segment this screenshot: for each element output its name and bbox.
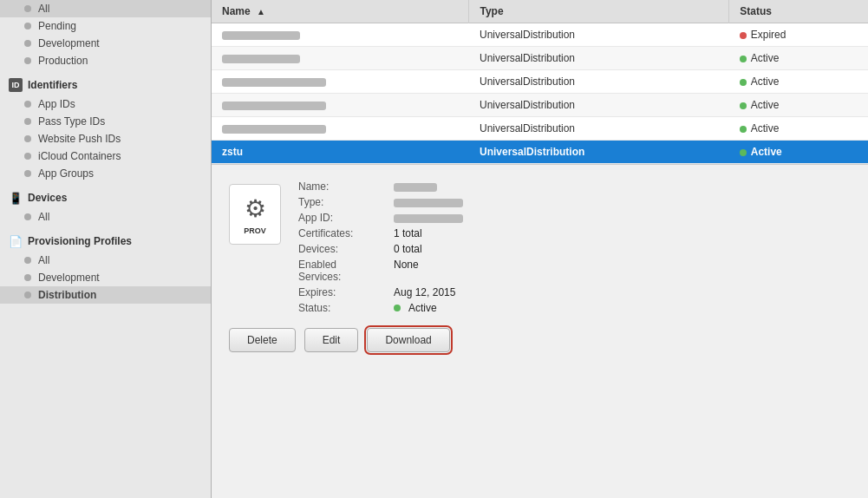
status-dot-icon — [740, 32, 747, 39]
detail-label-certificates: Certificates: — [298, 227, 394, 239]
sort-arrow-icon: ▲ — [257, 7, 265, 16]
table-row[interactable]: UniversalDistributionActive — [212, 117, 868, 141]
status-text: Active — [751, 52, 780, 64]
col-header-name[interactable]: Name ▲ — [212, 0, 469, 23]
sidebar-item-production[interactable]: Production — [0, 52, 211, 69]
sidebar-item-label: Distribution — [38, 289, 96, 301]
detail-row-certificates: Certificates: 1 total — [298, 227, 851, 239]
sidebar-item-label: Pass Type IDs — [38, 115, 105, 128]
status-dot-icon — [740, 79, 747, 86]
detail-label-expires: Expires: — [298, 286, 394, 298]
sidebar-item-label: All — [38, 254, 49, 266]
delete-button[interactable]: Delete — [229, 328, 296, 352]
sidebar-item-profiles-distribution[interactable]: Distribution — [0, 286, 211, 304]
detail-fields: Name: Type: App ID: Certificates: 1 tota… — [298, 180, 851, 314]
detail-value-certificates: 1 total — [394, 227, 422, 239]
profiles-table: Name ▲ Type Status UniversalDistribution… — [212, 0, 868, 164]
main-content: Name ▲ Type Status UniversalDistribution… — [212, 0, 868, 498]
cell-status: Active — [729, 70, 868, 94]
sidebar-item-label: Website Push IDs — [38, 133, 121, 145]
dot-icon — [24, 213, 31, 220]
detail-row-devices: Devices: 0 total — [298, 243, 851, 255]
sidebar-item-label: App IDs — [38, 98, 75, 110]
sidebar-item-label: Development — [38, 272, 100, 284]
detail-value-appid — [394, 212, 463, 224]
download-button[interactable]: Download — [367, 328, 449, 352]
sidebar-item-website-push-ids[interactable]: Website Push IDs — [0, 130, 211, 147]
detail-label-name: Name: — [298, 180, 394, 193]
sidebar-item-label: App Groups — [38, 167, 94, 180]
table-header-row: Name ▲ Type Status — [212, 0, 868, 23]
sidebar-item-profiles-development[interactable]: Development — [0, 269, 211, 286]
col-status-label: Status — [740, 5, 772, 17]
detail-content: ⚙ PROV Name: Type: App ID: Certificates: — [229, 180, 851, 314]
sidebar: All Pending Development Production ID Id… — [0, 0, 212, 498]
cell-type: UniversalDistribution — [469, 117, 729, 141]
cell-type: UniversalDistribution — [469, 141, 729, 164]
sidebar-section-devices: 📱 Devices — [0, 186, 211, 208]
prov-label: PROV — [244, 226, 266, 235]
edit-button[interactable]: Edit — [304, 328, 359, 352]
cell-status: Active — [729, 117, 868, 141]
detail-label-devices: Devices: — [298, 243, 394, 255]
cell-name — [212, 117, 469, 141]
status-dot-icon — [740, 56, 747, 62]
sidebar-item-pending[interactable]: Pending — [0, 17, 211, 35]
detail-value-devices: 0 total — [394, 243, 422, 255]
table-row[interactable]: zstuUniversalDistributionActive — [212, 141, 868, 164]
status-text: Active — [751, 75, 780, 88]
button-row: Delete Edit Download — [229, 328, 851, 352]
detail-value-services: None — [394, 259, 419, 271]
sidebar-item-label: All — [38, 3, 49, 15]
sidebar-item-icloud-containers[interactable]: iCloud Containers — [0, 147, 211, 165]
dot-icon — [24, 153, 31, 160]
sidebar-item-pass-type-ids[interactable]: Pass Type IDs — [0, 113, 211, 130]
detail-row-services: Enabled Services: None — [298, 259, 851, 283]
table-area: Name ▲ Type Status UniversalDistribution… — [212, 0, 868, 164]
gear-icon: ⚙ — [245, 194, 266, 223]
identifiers-label: Identifiers — [28, 79, 77, 91]
status-text: Expired — [751, 29, 786, 41]
col-header-type[interactable]: Type — [469, 0, 729, 23]
cell-type: UniversalDistribution — [469, 23, 729, 47]
detail-label-services: Enabled Services: — [298, 259, 394, 283]
detail-row-name: Name: — [298, 180, 851, 193]
dot-icon — [24, 5, 31, 12]
cell-status: Expired — [729, 23, 868, 47]
table-row[interactable]: UniversalDistributionActive — [212, 70, 868, 94]
cell-status: Active — [729, 141, 868, 164]
detail-row-appid: App ID: — [298, 212, 851, 224]
sidebar-section-provisioning: 📄 Provisioning Profiles — [0, 229, 211, 252]
dot-icon — [24, 118, 31, 125]
detail-label-appid: App ID: — [298, 212, 394, 224]
detail-value-type — [394, 196, 463, 208]
status-active-text: Active — [408, 302, 437, 314]
cell-type: UniversalDistribution — [469, 94, 729, 117]
sidebar-item-app-ids[interactable]: App IDs — [0, 95, 211, 113]
cell-type: UniversalDistribution — [469, 47, 729, 70]
sidebar-item-app-groups[interactable]: App Groups — [0, 165, 211, 182]
dot-icon — [24, 257, 31, 264]
blurred-name-value — [394, 183, 437, 192]
col-header-status[interactable]: Status — [729, 0, 868, 23]
status-dot-icon — [740, 126, 747, 133]
status-text: Active — [751, 146, 782, 158]
sidebar-item-all[interactable]: All — [0, 0, 211, 17]
status-dot-icon — [740, 149, 747, 156]
sidebar-item-devices-all[interactable]: All — [0, 208, 211, 226]
col-name-label: Name — [222, 5, 251, 17]
sidebar-item-development[interactable]: Development — [0, 35, 211, 52]
detail-value-status: Active — [394, 302, 437, 314]
sidebar-item-profiles-all[interactable]: All — [0, 252, 211, 269]
dot-icon — [24, 135, 31, 142]
provisioning-label: Provisioning Profiles — [28, 235, 132, 247]
sidebar-item-label: All — [38, 211, 49, 223]
dot-icon — [24, 101, 31, 108]
table-row[interactable]: UniversalDistributionExpired — [212, 23, 868, 47]
table-row[interactable]: UniversalDistributionActive — [212, 47, 868, 70]
dot-icon — [24, 40, 31, 47]
devices-label: Devices — [28, 192, 67, 204]
table-body: UniversalDistributionExpiredUniversalDis… — [212, 23, 868, 164]
status-dot-icon — [740, 102, 747, 109]
table-row[interactable]: UniversalDistributionActive — [212, 94, 868, 117]
